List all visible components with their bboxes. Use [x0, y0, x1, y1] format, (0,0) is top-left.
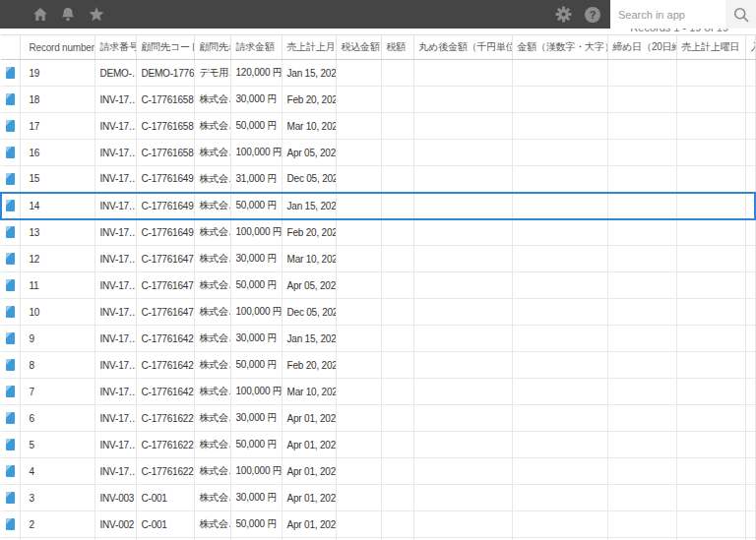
record-file-icon[interactable] — [6, 386, 15, 397]
cell-invoice-no: INV-17… — [94, 246, 136, 272]
record-file-icon[interactable] — [6, 279, 15, 291]
help-icon[interactable]: ? — [585, 7, 600, 23]
cell-tax-amount — [381, 60, 413, 87]
cell-invoice-amount: 50,000 円 — [230, 193, 282, 219]
cell-kanji-amount — [512, 352, 607, 379]
cell-invoice-amount: 30,000 円 — [230, 405, 282, 432]
table-row-10[interactable]: 10INV-17…C-17761647…株式会…100,000 円Dec 05,… — [1, 299, 755, 326]
table-row-8[interactable]: 8INV-17…C-17761642…株式会…50,000 円Feb 20, 2… — [1, 352, 755, 379]
record-file-icon[interactable] — [6, 147, 15, 158]
record-file-icon[interactable] — [6, 492, 15, 504]
table-row-12[interactable]: 12INV-17…C-17761647…株式会…30,000 円Mar 10, … — [1, 246, 755, 272]
cell-invoice-no: INV-17… — [94, 352, 136, 379]
record-file-icon[interactable] — [6, 439, 15, 450]
cell-payment — [745, 193, 755, 219]
cell-tax-included-amount — [336, 219, 381, 246]
column-header-tax-included-amount[interactable]: 税込金額 — [336, 35, 381, 60]
table-row-6[interactable]: 6INV-17…C-17761622…株式会…30,000 円Apr 01, 2… — [1, 405, 755, 432]
cell-record-number: 12 — [20, 246, 94, 272]
cell-client-name: デモ用… — [194, 60, 230, 87]
column-header-kanji-amount[interactable]: 金額（漢数字・大字） — [512, 35, 607, 60]
record-file-icon[interactable] — [6, 93, 15, 105]
cell-invoice-amount: 30,000 円 — [230, 326, 282, 352]
record-file-icon[interactable] — [6, 200, 15, 211]
cell-kanji-amount — [512, 379, 607, 405]
table-row-4[interactable]: 4INV-17…C-17761622…株式会…100,000 円Apr 01, … — [1, 458, 755, 485]
cell-kanji-amount — [512, 432, 607, 458]
column-header-tax-amount[interactable]: 税額 — [381, 35, 413, 60]
cell-closing-date — [607, 219, 676, 246]
column-header-sales-month[interactable]: 売上計上月 — [282, 35, 336, 60]
column-header-payment[interactable]: 入金 — [745, 35, 755, 60]
table-row-13[interactable]: 13INV-17…C-17761649…株式会…100,000 円Feb 20,… — [1, 219, 755, 246]
cell-tax-included-amount — [336, 326, 381, 352]
cell-invoice-no: INV-002 — [94, 511, 136, 538]
cell-sales-month: Apr 01, 2026 — [282, 458, 336, 485]
home-icon[interactable] — [33, 8, 47, 21]
cell-rounded-amount — [413, 60, 512, 87]
table-row-17[interactable]: 17INV-17…C-17761658…株式会…50,000 円Mar 10, … — [1, 113, 755, 140]
record-file-icon[interactable] — [6, 465, 15, 477]
cell-record-number: 15 — [20, 166, 94, 193]
cell-payment — [745, 458, 755, 485]
record-file-icon[interactable] — [6, 306, 15, 318]
column-header-record-number[interactable]: Record number — [20, 35, 94, 60]
cell-tax-amount — [381, 219, 413, 246]
column-header-rounded-amount[interactable]: 丸め後金額（千円単位） — [413, 35, 512, 60]
cell-sales-weekday — [676, 326, 745, 352]
favorite-star-icon[interactable] — [89, 7, 104, 22]
cell-tax-included-amount — [336, 246, 381, 272]
notification-bell-icon[interactable] — [61, 8, 75, 22]
cell-record-number: 19 — [20, 60, 94, 87]
table-row-3[interactable]: 3INV-003C-001株式会…30,000 円Apr 01, 2026 — [1, 485, 755, 511]
record-file-icon[interactable] — [6, 120, 15, 132]
cell-sales-month: Jan 15, 2026 — [282, 60, 336, 87]
table-row-5[interactable]: 5INV-17…C-17761622…株式会…50,000 円Apr 01, 2… — [1, 432, 755, 458]
search-input[interactable] — [610, 0, 725, 29]
column-header-sales-weekday[interactable]: 売上計上曜日 — [676, 35, 745, 60]
record-file-icon[interactable] — [6, 332, 15, 344]
cell-payment — [745, 219, 755, 246]
table-row-15[interactable]: 15INV-17…C-17761649…株式会…31,000 円Dec 05, … — [1, 166, 755, 193]
cell-client-name: 株式会… — [194, 432, 230, 458]
cell-client-code: C-17761649… — [136, 193, 194, 219]
cell-sales-weekday — [676, 219, 745, 246]
column-header-client-code[interactable]: 顧問先コード — [136, 35, 194, 60]
column-header-closing-date[interactable]: 締め日（20日締） — [607, 35, 676, 60]
cell-record-number: 7 — [20, 379, 94, 405]
record-icon-cell — [1, 405, 20, 432]
search-button[interactable] — [725, 0, 756, 29]
table-row-16[interactable]: 16INV-17…C-17761658…株式会…100,000 円Apr 05,… — [1, 140, 755, 166]
record-file-icon[interactable] — [6, 518, 15, 530]
record-icon-cell — [1, 299, 20, 326]
table-row-2[interactable]: 2INV-002C-001株式会…50,000 円Apr 01, 2026 — [1, 511, 755, 538]
record-file-icon[interactable] — [6, 412, 15, 424]
cell-client-name: 株式会… — [194, 458, 230, 485]
hamburger-menu-icon[interactable] — [6, 9, 20, 21]
cell-payment — [745, 246, 755, 272]
table-row-19[interactable]: 19DEMO-…DEMO-1776…デモ用…120,000 円Jan 15, 2… — [1, 60, 755, 87]
table-row-9[interactable]: 9INV-17…C-17761642…株式会…30,000 円Jan 15, 2… — [1, 326, 755, 352]
table-row-18[interactable]: 18INV-17…C-17761658…株式会…30,000 円Feb 20, … — [1, 87, 755, 113]
table-row-7[interactable]: 7INV-17…C-17761642…株式会…100,000 円Mar 10, … — [1, 379, 755, 405]
record-file-icon[interactable] — [6, 253, 15, 265]
column-header-icon[interactable] — [1, 35, 20, 60]
record-file-icon[interactable] — [6, 173, 15, 185]
column-header-client-name[interactable]: 顧問先名 — [194, 35, 230, 60]
table-row-14[interactable]: 14INV-17…C-17761649…株式会…50,000 円Jan 15, … — [1, 193, 755, 219]
cell-payment — [745, 432, 755, 458]
record-file-icon[interactable] — [6, 226, 15, 238]
cell-kanji-amount — [512, 326, 607, 352]
cell-sales-weekday — [676, 166, 745, 193]
column-header-invoice-no[interactable]: 請求番号 — [94, 35, 136, 60]
table-row-11[interactable]: 11INV-17…C-17761647…株式会…50,000 円Apr 05, … — [1, 272, 755, 299]
record-icon-cell — [1, 272, 20, 299]
record-file-icon[interactable] — [6, 67, 15, 79]
record-file-icon[interactable] — [6, 359, 15, 371]
cell-client-name: 株式会… — [194, 272, 230, 299]
record-icon-cell — [1, 485, 20, 511]
column-header-invoice-amount[interactable]: 請求金額 — [230, 35, 282, 60]
settings-gear-icon[interactable] — [555, 6, 572, 23]
cell-payment — [745, 326, 755, 352]
cell-client-code: C-17761658… — [136, 87, 194, 113]
